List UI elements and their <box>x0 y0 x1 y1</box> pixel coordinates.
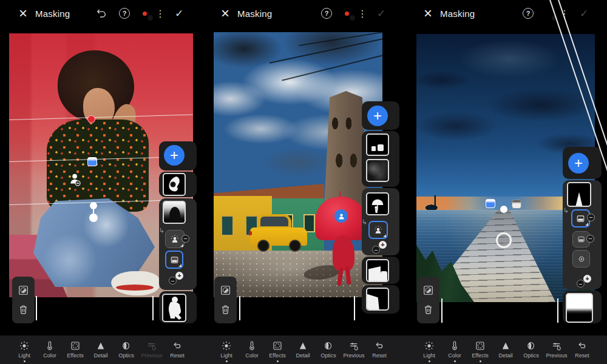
options-corner <box>383 234 386 237</box>
toolbar-item-effects[interactable]: Effects <box>63 335 88 364</box>
toolbar-label: Detail <box>93 352 107 359</box>
close-icon[interactable]: × <box>19 5 27 22</box>
invert-mask-icon[interactable] <box>422 285 434 296</box>
subtract-person-pin[interactable] <box>69 173 82 187</box>
toolbar-item-previous[interactable]: Previous <box>341 335 367 364</box>
subtract-component-button[interactable]: − <box>169 277 177 285</box>
component-linear-gradient[interactable] <box>165 251 183 269</box>
edge-marker-left <box>239 296 240 320</box>
canvas-tools <box>417 277 439 323</box>
subject-select-icon <box>373 224 384 235</box>
toolbar-item-optics[interactable]: Optics <box>114 335 139 364</box>
toolbar-label: Detail <box>296 352 310 359</box>
toolbar-item-previous[interactable]: Previous <box>544 335 569 364</box>
range-handle-2[interactable] <box>89 214 98 222</box>
delete-mask-icon[interactable] <box>220 304 231 315</box>
toolbar-item-light[interactable]: Light <box>214 335 239 364</box>
mask-thumbnail-3[interactable] <box>366 192 389 215</box>
silhouette-glyph <box>169 207 180 223</box>
mask-thumbnail-4[interactable] <box>366 259 389 282</box>
component-select-subject[interactable] <box>368 221 388 239</box>
gradient-center-handle[interactable] <box>500 206 507 213</box>
linear-gradient-handle[interactable] <box>512 200 521 209</box>
confirm-icon: ✓ <box>580 7 588 20</box>
edited-dot <box>429 360 430 362</box>
toolbar-item-light[interactable]: Light <box>12 335 37 364</box>
linear-gradient-handle-selected[interactable] <box>486 199 495 208</box>
close-icon[interactable]: × <box>424 5 432 22</box>
toolbar-label: Detail <box>498 352 512 359</box>
toolbar-label: Reset <box>170 352 185 359</box>
toolbar-item-effects[interactable]: Effects <box>467 335 493 364</box>
mask-thumbnail-1[interactable] <box>163 173 186 196</box>
mask-thumbnail-2[interactable] <box>366 159 389 182</box>
add-component-button[interactable]: + <box>175 272 183 280</box>
toolbar-item-color[interactable]: Color <box>442 335 467 364</box>
mask-thumbnail-1[interactable] <box>366 133 389 156</box>
subtract-component-button[interactable]: − <box>372 246 380 254</box>
rotate-handle[interactable] <box>87 115 95 123</box>
previous-icon <box>551 340 562 351</box>
toolbar-item-color[interactable]: Color <box>37 335 63 364</box>
header: × Masking ? ⋮ ✓ <box>202 0 405 27</box>
linear-gradient-handle[interactable] <box>87 157 97 166</box>
sitting-person-glyph <box>163 295 185 321</box>
toolbar-item-detail[interactable]: Detail <box>493 335 518 364</box>
toolbar-item-effects[interactable]: Effects <box>265 335 290 364</box>
close-icon[interactable]: × <box>221 5 229 22</box>
radial-gradient-icon <box>577 254 586 264</box>
toolbar-item-optics[interactable]: Optics <box>316 335 341 364</box>
toolbar-item-reset[interactable]: Reset <box>164 335 190 364</box>
car-wheel-art <box>289 240 301 252</box>
toolbar-item-detail[interactable]: Detail <box>290 335 316 364</box>
help-icon[interactable]: ? <box>321 8 332 19</box>
thermo-icon <box>449 340 460 351</box>
options-corner <box>178 264 181 267</box>
linear-gradient-icon <box>575 214 586 224</box>
radial-gradient-handle[interactable] <box>496 232 512 248</box>
options-corner <box>585 223 588 226</box>
range-handle-1[interactable] <box>90 202 97 209</box>
toolbar-label: Light <box>220 352 232 359</box>
invert-mask-icon[interactable] <box>18 285 29 296</box>
photo-canvas[interactable] <box>214 32 382 297</box>
mask-thumbnail-1[interactable] <box>567 182 591 207</box>
add-mask-button[interactable]: + <box>568 153 589 174</box>
edge-marker-right <box>557 298 558 323</box>
mask-thumbnail-2[interactable] <box>163 201 186 224</box>
toolbar-item-reset[interactable]: Reset <box>569 335 595 364</box>
help-icon[interactable]: ? <box>119 8 130 19</box>
delete-mask-icon[interactable] <box>18 304 29 315</box>
toolbar-item-optics[interactable]: Optics <box>518 335 544 364</box>
edited-dot <box>277 360 279 362</box>
add-component-button[interactable]: + <box>583 275 591 283</box>
component-radial-gradient[interactable] <box>572 250 590 268</box>
toolbar-item-color[interactable]: Color <box>239 335 265 364</box>
figure-mask-glyph <box>164 174 185 195</box>
car-mask-glyph <box>378 144 384 151</box>
canvas-tools <box>214 277 237 323</box>
page-title: Masking <box>35 0 70 27</box>
toolbar-item-detail[interactable]: Detail <box>88 335 114 364</box>
add-component-button[interactable]: + <box>379 241 387 249</box>
component-indent-arrow: ↳ <box>159 227 164 235</box>
mask-thumbnail-3[interactable] <box>162 294 186 322</box>
undo-icon[interactable] <box>95 7 107 19</box>
mask-thumbnail-5[interactable] <box>366 288 389 311</box>
confirm-icon[interactable]: ✓ <box>175 7 183 20</box>
help-icon[interactable]: ? <box>523 8 534 19</box>
subtract-component-button[interactable]: − <box>577 280 585 288</box>
invert-mask-icon[interactable] <box>220 285 231 296</box>
toolbar-item-reset[interactable]: Reset <box>367 335 392 364</box>
toolbar-item-light[interactable]: Light <box>416 335 442 364</box>
lens-icon <box>323 340 334 351</box>
select-person-pin[interactable] <box>334 209 348 223</box>
add-mask-button[interactable]: + <box>367 106 388 126</box>
delete-mask-icon[interactable] <box>422 304 434 315</box>
overflow-menu-icon[interactable]: ⋮ <box>358 8 367 19</box>
screenshot-panel-street: × Masking ? ⋮ ✓ <box>202 0 405 364</box>
overflow-menu-icon[interactable]: ⋮ <box>155 8 165 19</box>
mask-thumbnail-2[interactable] <box>566 293 593 323</box>
add-mask-button[interactable]: + <box>164 145 185 166</box>
header: × Masking ? ⋮ ✓ <box>405 0 607 27</box>
